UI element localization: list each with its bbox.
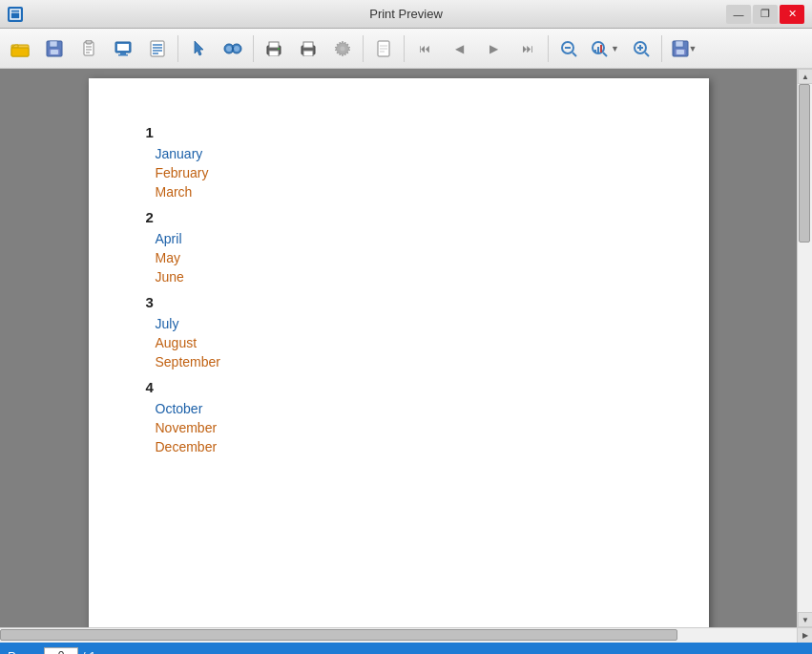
sep4 bbox=[404, 35, 405, 62]
svg-point-26 bbox=[234, 46, 239, 52]
cursor-btn[interactable] bbox=[182, 32, 215, 65]
scroll-up-btn[interactable]: ▲ bbox=[798, 69, 812, 84]
svg-rect-46 bbox=[597, 47, 599, 53]
zoom-in-btn[interactable] bbox=[625, 32, 657, 65]
vertical-scrollbar[interactable]: ▲ ▼ bbox=[797, 69, 812, 627]
page-label: Page: bbox=[8, 649, 40, 655]
page-number-input[interactable] bbox=[44, 647, 78, 654]
open-btn[interactable] bbox=[4, 32, 36, 65]
sep1 bbox=[177, 35, 178, 62]
month-item-march: March bbox=[146, 182, 652, 201]
content-scroll[interactable]: 1JanuaryFebruaryMarch2AprilMayJune3JulyA… bbox=[0, 69, 797, 627]
maximize-button[interactable]: ❐ bbox=[753, 5, 778, 24]
sep3 bbox=[363, 35, 364, 62]
last-page-btn[interactable]: ⏭ bbox=[511, 32, 544, 65]
sep6 bbox=[661, 35, 662, 62]
horizontal-scrollbar[interactable]: ▶ bbox=[0, 627, 812, 643]
first-page-btn[interactable]: ⏮ bbox=[408, 32, 441, 65]
svg-point-35 bbox=[341, 46, 345, 51]
svg-rect-47 bbox=[600, 45, 602, 53]
month-item-november: November bbox=[146, 418, 652, 437]
svg-line-42 bbox=[573, 53, 576, 56]
month-item-may: May bbox=[146, 248, 652, 267]
svg-rect-9 bbox=[86, 40, 92, 44]
page-content: 1JanuaryFebruaryMarch2AprilMayJune3JulyA… bbox=[89, 78, 709, 627]
print-setup-btn[interactable] bbox=[107, 32, 139, 65]
zoom-out-btn[interactable] bbox=[552, 32, 585, 65]
svg-rect-14 bbox=[117, 44, 129, 51]
month-item-october: October bbox=[146, 399, 652, 418]
sep5 bbox=[548, 35, 549, 62]
section-header-3: 3 bbox=[146, 294, 652, 310]
report-btn[interactable] bbox=[141, 32, 174, 65]
svg-rect-0 bbox=[10, 10, 20, 19]
svg-rect-33 bbox=[303, 51, 313, 56]
h-scroll-right-btn[interactable]: ▶ bbox=[797, 628, 812, 643]
section-header-2: 2 bbox=[146, 209, 652, 225]
h-scroll-track bbox=[0, 628, 797, 643]
title-bar: Print Preview — ❐ ✕ bbox=[0, 0, 812, 29]
page-btn[interactable] bbox=[367, 32, 400, 65]
month-item-august: August bbox=[146, 333, 652, 352]
minimize-button[interactable]: — bbox=[726, 5, 751, 24]
play-btn[interactable]: ▶ bbox=[477, 32, 510, 65]
window-title: Print Preview bbox=[369, 7, 443, 21]
scroll-track bbox=[798, 84, 812, 612]
save-btn[interactable] bbox=[38, 32, 71, 65]
svg-rect-16 bbox=[118, 54, 128, 56]
month-item-january: January bbox=[146, 144, 652, 163]
svg-point-25 bbox=[226, 46, 232, 52]
month-item-september: September bbox=[146, 352, 652, 371]
section-header-1: 1 bbox=[146, 124, 652, 140]
svg-rect-15 bbox=[120, 53, 126, 54]
clipboard-btn[interactable] bbox=[73, 32, 105, 65]
app-icon bbox=[8, 7, 23, 22]
sep2 bbox=[253, 35, 254, 62]
svg-rect-53 bbox=[676, 41, 683, 47]
svg-rect-29 bbox=[269, 51, 279, 56]
svg-line-51 bbox=[645, 53, 649, 56]
window-controls: — ❐ ✕ bbox=[726, 5, 804, 24]
title-bar-left bbox=[8, 7, 23, 22]
month-item-february: February bbox=[146, 163, 652, 182]
print-btn[interactable] bbox=[258, 32, 290, 65]
month-item-december: December bbox=[146, 437, 652, 456]
svg-line-44 bbox=[603, 53, 607, 56]
scroll-down-btn[interactable]: ▼ bbox=[798, 612, 812, 627]
month-item-june: June bbox=[146, 267, 652, 286]
svg-rect-32 bbox=[303, 42, 313, 48]
settings-btn[interactable] bbox=[326, 32, 359, 65]
main-area: 1JanuaryFebruaryMarch2AprilMayJune3JulyA… bbox=[0, 69, 812, 627]
h-scroll-thumb[interactable] bbox=[0, 629, 677, 641]
total-pages: / 1 bbox=[82, 649, 95, 655]
section-header-4: 4 bbox=[146, 379, 652, 395]
month-item-july: July bbox=[146, 314, 652, 333]
prev-page-btn[interactable]: ◀ bbox=[443, 32, 475, 65]
print2-btn[interactable] bbox=[292, 32, 324, 65]
svg-rect-55 bbox=[677, 50, 684, 54]
svg-rect-5 bbox=[50, 41, 57, 47]
close-button[interactable]: ✕ bbox=[780, 5, 804, 24]
status-bar: Page: / 1 bbox=[0, 643, 812, 654]
svg-rect-45 bbox=[594, 50, 596, 53]
svg-rect-28 bbox=[269, 42, 279, 48]
scroll-thumb[interactable] bbox=[799, 84, 810, 243]
svg-rect-30 bbox=[278, 48, 280, 50]
month-item-april: April bbox=[146, 229, 652, 248]
toolbar: ⏮ ◀ ▶ ⏭ ▼ ▼ bbox=[0, 29, 812, 69]
svg-rect-7 bbox=[51, 50, 58, 54]
search-binoculars-btn[interactable] bbox=[217, 32, 249, 65]
save-export-btn[interactable]: ▼ bbox=[666, 32, 702, 65]
zoom-fit-btn[interactable]: ▼ bbox=[587, 32, 623, 65]
svg-rect-3 bbox=[11, 48, 29, 56]
